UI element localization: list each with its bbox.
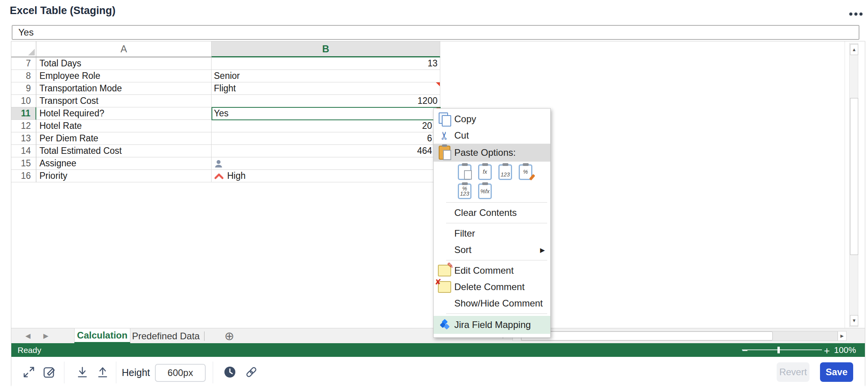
widget-toolbar: Height 600px Revert Save bbox=[11, 357, 865, 388]
expand-icon[interactable] bbox=[22, 365, 36, 379]
status-text: Ready bbox=[18, 346, 41, 355]
paste-values-number-formatting-icon[interactable]: %123 bbox=[458, 184, 471, 199]
row-header-12[interactable]: 12 bbox=[11, 120, 36, 132]
cell-a10[interactable]: Transport Cost bbox=[36, 95, 212, 107]
tab-divider bbox=[204, 331, 205, 341]
table-row: 13Per Diem Rate6 bbox=[11, 132, 440, 145]
row-header-7[interactable]: 7 bbox=[11, 57, 36, 70]
cell-b15[interactable] bbox=[212, 157, 440, 170]
menu-item-show-hide-comment[interactable]: Show/Hide Comment bbox=[434, 295, 550, 312]
more-options-icon[interactable] bbox=[849, 12, 863, 16]
sheet-nav-left-icon[interactable]: ◀ bbox=[25, 332, 30, 340]
history-clock-icon[interactable] bbox=[223, 365, 237, 379]
table-row: 12Hotel Rate20 bbox=[11, 120, 440, 132]
menu-item-label: Cut bbox=[454, 130, 469, 141]
paste-icon[interactable] bbox=[458, 164, 471, 180]
link-icon[interactable] bbox=[244, 365, 258, 379]
zoom-in-icon[interactable]: + bbox=[824, 345, 830, 357]
toolbar-divider bbox=[64, 362, 64, 383]
horizontal-scrollbar[interactable]: ◀ ▶ bbox=[512, 331, 847, 341]
menu-item-paste-options[interactable]: Paste Options: bbox=[434, 144, 550, 162]
cell-a14[interactable]: Total Estimated Cost bbox=[36, 145, 212, 157]
menu-item-label: Sort bbox=[454, 244, 471, 255]
select-all-corner[interactable] bbox=[11, 41, 36, 57]
cell-a11[interactable]: Hotel Required? bbox=[36, 107, 212, 120]
zoom-slider[interactable] bbox=[742, 349, 822, 350]
cell-b7[interactable]: 13 bbox=[212, 57, 440, 70]
zoom-out-icon[interactable]: − bbox=[742, 345, 748, 357]
menu-item-label: Delete Comment bbox=[454, 282, 525, 292]
row-header-9[interactable]: 9 bbox=[11, 82, 36, 95]
cell-value: Yes bbox=[214, 108, 229, 119]
table-row: 16PriorityHigh bbox=[11, 170, 440, 182]
column-header-b[interactable]: B bbox=[212, 41, 440, 57]
revert-button[interactable]: Revert bbox=[777, 362, 809, 382]
save-button[interactable]: Save bbox=[820, 362, 853, 382]
scroll-up-icon[interactable]: ▲ bbox=[850, 44, 858, 55]
menu-item-edit-comment[interactable]: ✎Edit Comment bbox=[434, 262, 550, 279]
table-row: 15Assignee bbox=[11, 157, 440, 170]
cell-b16[interactable]: High bbox=[212, 170, 440, 182]
row-header-15[interactable]: 15 bbox=[11, 157, 36, 170]
column-header-a[interactable]: A bbox=[36, 41, 212, 57]
download-icon[interactable] bbox=[75, 365, 89, 379]
status-bar: Ready − + 100% bbox=[11, 343, 865, 357]
table-row: 14Total Estimated Cost464 bbox=[11, 145, 440, 157]
scroll-down-icon[interactable]: ▼ bbox=[850, 315, 858, 326]
formula-bar-input[interactable]: Yes bbox=[12, 25, 859, 40]
add-sheet-icon[interactable]: ⊕ bbox=[224, 329, 234, 343]
row-header-11[interactable]: 11 bbox=[11, 107, 36, 120]
cell-b11[interactable]: Yes bbox=[212, 107, 440, 120]
menu-item-label: Copy bbox=[454, 114, 476, 125]
cell-value: 1200 bbox=[418, 96, 438, 106]
row-header-14[interactable]: 14 bbox=[11, 145, 36, 157]
cell-b14[interactable]: 464 bbox=[212, 145, 440, 157]
paste-formatting-icon[interactable]: % bbox=[519, 164, 532, 180]
height-label: Height bbox=[122, 367, 150, 378]
cell-b8[interactable]: Senior bbox=[212, 70, 440, 82]
edit-icon[interactable] bbox=[42, 365, 56, 379]
cell-a15[interactable]: Assignee bbox=[36, 157, 212, 170]
cell-b12[interactable]: 20 bbox=[212, 120, 440, 132]
menu-item-sort[interactable]: Sort▶ bbox=[434, 242, 550, 258]
submenu-arrow-icon: ▶ bbox=[540, 246, 545, 254]
cell-b13[interactable]: 6 bbox=[212, 132, 440, 145]
cell-a16[interactable]: Priority bbox=[36, 170, 212, 182]
tab-calculation[interactable]: Calculation bbox=[74, 328, 130, 344]
height-input[interactable]: 600px bbox=[155, 364, 206, 382]
horizontal-scroll-thumb[interactable] bbox=[521, 331, 773, 340]
scroll-right-icon[interactable]: ▶ bbox=[838, 331, 846, 340]
row-header-8[interactable]: 8 bbox=[11, 70, 36, 82]
paste-formulas-icon[interactable]: fx bbox=[478, 164, 492, 180]
menu-item-jira-field-mapping[interactable]: Jira Field Mapping bbox=[434, 316, 550, 334]
menu-item-label: Paste Options: bbox=[454, 147, 516, 158]
cell-a13[interactable]: Per Diem Rate bbox=[36, 132, 212, 145]
row-header-16[interactable]: 16 bbox=[11, 170, 36, 182]
cell-value: High bbox=[227, 171, 245, 181]
paste-formulas-number-formatting-icon[interactable]: %fx bbox=[478, 184, 492, 199]
menu-item-filter[interactable]: Filter bbox=[434, 225, 550, 242]
cell-a12[interactable]: Hotel Rate bbox=[36, 120, 212, 132]
cell-a8[interactable]: Employee Role bbox=[36, 70, 212, 82]
toolbar-divider bbox=[116, 362, 116, 383]
row-header-13[interactable]: 13 bbox=[11, 132, 36, 145]
menu-item-copy[interactable]: Copy bbox=[434, 111, 550, 127]
row-header-10[interactable]: 10 bbox=[11, 95, 36, 107]
toolbar-divider bbox=[213, 362, 213, 383]
vertical-scroll-thumb[interactable] bbox=[850, 98, 858, 255]
sheet-nav-right-icon[interactable]: ▶ bbox=[43, 332, 48, 340]
zoom-percentage[interactable]: 100% bbox=[834, 345, 856, 355]
zoom-slider-handle[interactable] bbox=[777, 347, 780, 353]
tab-predefined-data[interactable]: Predefined Data bbox=[131, 328, 201, 344]
table-row: 9Transportation ModeFlight bbox=[11, 82, 440, 95]
menu-item-cut[interactable]: ✂Cut bbox=[434, 127, 550, 144]
cell-a7[interactable]: Total Days bbox=[36, 57, 212, 70]
vertical-scrollbar[interactable]: ▲ ▼ bbox=[849, 43, 858, 327]
cell-a9[interactable]: Transportation Mode bbox=[36, 82, 212, 95]
cell-b10[interactable]: 1200 bbox=[212, 95, 440, 107]
cell-b9[interactable]: Flight bbox=[212, 82, 440, 95]
upload-icon[interactable] bbox=[96, 365, 110, 379]
paste-values-icon[interactable]: 123 bbox=[498, 164, 512, 180]
menu-item-clear-contents[interactable]: Clear Contents bbox=[434, 205, 550, 221]
menu-item-delete-comment[interactable]: ✘Delete Comment bbox=[434, 279, 550, 295]
